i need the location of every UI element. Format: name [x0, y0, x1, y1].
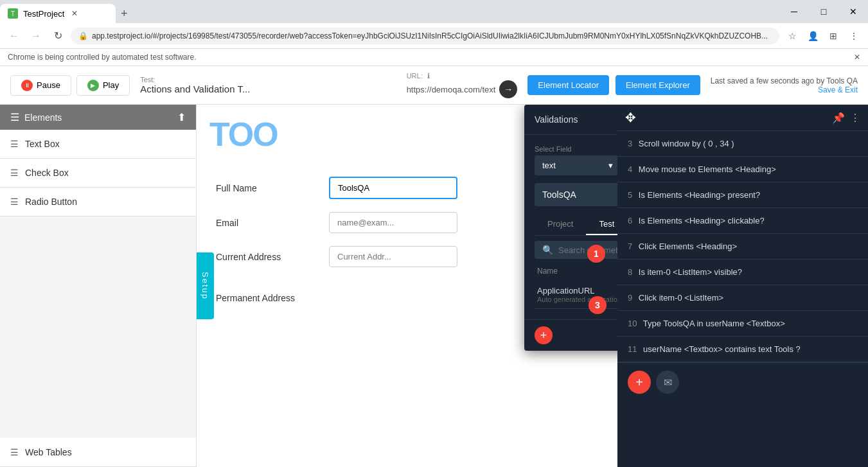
browser-tab[interactable]: T TestProject ✕: [0, 4, 116, 23]
step-9[interactable]: 9 Click item-0 <ListItem>: [617, 285, 868, 311]
steps-list: 3 Scroll window by ( 0 , 34 ) 4 Move mou…: [617, 131, 868, 362]
maximize-button[interactable]: □: [809, 0, 838, 23]
extensions-icon[interactable]: ⊞: [824, 27, 842, 45]
step-6[interactable]: 6 Is Elements <Heading> clickable?: [617, 208, 868, 234]
url-input[interactable]: 🔒 app.testproject.io/#/projects/169985/t…: [71, 28, 779, 44]
upload-icon[interactable]: ⬆: [177, 111, 186, 123]
step-3[interactable]: 3 Scroll window by ( 0 , 34 ): [617, 131, 868, 157]
tab-project[interactable]: Project: [535, 214, 586, 235]
new-tab-button[interactable]: +: [116, 4, 133, 23]
textbox-icon: ☰: [10, 139, 19, 149]
element-explorer-button[interactable]: Element Explorer: [616, 75, 700, 95]
badge-1: 1: [587, 245, 605, 263]
back-button[interactable]: ←: [5, 27, 23, 45]
badge-3: 3: [589, 296, 607, 314]
field-select[interactable]: text ▾: [535, 155, 617, 175]
param-header: Name Value: [535, 264, 617, 278]
elements-title: ☰ Elements: [10, 111, 62, 123]
test-toolbar: ⏸ Pause ▶ Play Test: Actions and Validat…: [0, 66, 868, 105]
step-7[interactable]: 7 Click Elements <Heading>: [617, 234, 868, 260]
save-exit-link[interactable]: Save & Exit: [818, 85, 858, 94]
modal-body: Select Field text ▾ Select validation ty…: [524, 135, 617, 319]
chevron-down-icon: ▾: [608, 161, 613, 170]
address-icons: ☆ 👤 ⊞ ⋮: [783, 27, 863, 45]
playback-controls: ⏸ Pause ▶ Play: [10, 75, 130, 96]
add-step-button[interactable]: +: [628, 371, 651, 394]
bookmark-icon[interactable]: ☆: [783, 27, 801, 45]
test-name: Actions and Validation T...: [140, 84, 396, 94]
step-10[interactable]: 10 Type ToolsQA in userName <Textbox>: [617, 311, 868, 337]
webtables-icon: ☰: [10, 447, 19, 457]
url-value-row: https://demoqa.com/text →: [407, 80, 518, 98]
pin-panel-icon[interactable]: 📌: [832, 112, 845, 124]
modal-overlay: 1 2 3 4 Validations ✥ 📌 ⋮: [524, 105, 617, 467]
email-label: Email: [216, 218, 319, 228]
param-name-col: Name: [537, 267, 617, 276]
right-panel-icons: 📌 ⋮: [832, 112, 860, 124]
check-step-button[interactable]: ✉: [656, 371, 679, 394]
textbox-label: Text Box: [25, 139, 60, 149]
step-4[interactable]: 4 Move mouse to Elements <Heading>: [617, 157, 868, 182]
validation-value-input[interactable]: [535, 183, 617, 206]
full-name-input[interactable]: [329, 177, 457, 199]
search-icon: 🔍: [542, 245, 553, 255]
search-row: 🔍: [535, 241, 617, 259]
checkbox-label: Check Box: [25, 168, 69, 178]
browser-frame: T TestProject ✕ + ─ □ ✕ ← → ↻ 🔒 app.test…: [0, 0, 868, 467]
window-controls: ─ □ ✕: [779, 0, 868, 23]
field-label: Select Field: [535, 145, 617, 153]
test-label: Test:: [140, 76, 396, 84]
window-close-button[interactable]: ✕: [838, 0, 868, 23]
elements-label: Elements: [24, 112, 62, 123]
field-row: Select Field text ▾ Select validation ty…: [535, 145, 617, 175]
toolbar-buttons: Element Locator Element Explorer: [527, 75, 700, 95]
element-locator-button[interactable]: Element Locator: [527, 75, 609, 95]
tab-test[interactable]: Test: [586, 214, 617, 235]
go-button[interactable]: →: [499, 80, 517, 98]
current-address-input[interactable]: [329, 246, 457, 267]
list-item[interactable]: ☰ Check Box: [0, 159, 196, 188]
notification-close[interactable]: ✕: [854, 53, 860, 62]
forward-button[interactable]: →: [27, 27, 45, 45]
play-icon: ▶: [87, 80, 99, 91]
menu-icon[interactable]: ⋮: [845, 27, 863, 45]
tab-favicon: T: [8, 8, 18, 19]
tab-bar: T TestProject ✕ + ─ □ ✕: [0, 0, 868, 23]
setup-sidebar[interactable]: Setup: [197, 252, 214, 319]
list-item[interactable]: ☰ Web Tables: [0, 438, 196, 467]
panel-move-icon[interactable]: ✥: [625, 110, 636, 125]
url-text: app.testproject.io/#/projects/169985/tes…: [92, 31, 768, 40]
list-item[interactable]: ☰ Text Box: [0, 130, 196, 159]
main-content: ☰ Elements ⬆ ☰ Text Box ☰ Check Box ☰ Ra…: [0, 105, 868, 467]
minimize-button[interactable]: ─: [779, 0, 809, 23]
step-8[interactable]: 8 Is item-0 <ListItem> visible?: [617, 260, 868, 285]
play-button[interactable]: ▶ Play: [76, 75, 130, 96]
step-5[interactable]: 5 Is Elements <Heading> present?: [617, 182, 868, 208]
profile-icon[interactable]: 👤: [804, 27, 822, 45]
radiobutton-label: Radio Button: [25, 197, 77, 207]
email-input[interactable]: [329, 212, 457, 233]
pause-button[interactable]: ⏸ Pause: [10, 75, 71, 96]
step-11[interactable]: 11 userName <Textbox> contains text Tool…: [617, 337, 868, 362]
pause-icon: ⏸: [21, 80, 33, 91]
right-panel-header: ✥ 📌 ⋮: [617, 105, 868, 131]
webtables-label: Web Tables: [25, 447, 72, 457]
param-name: ApplicationURL: [537, 286, 595, 295]
modal-header: Validations ✥ 📌 ⋮: [524, 105, 617, 135]
save-info: Last saved a few seconds ago by Tools QA…: [711, 76, 858, 94]
refresh-button[interactable]: ↻: [49, 27, 67, 45]
modal-footer: + ✕ ✓: [524, 319, 617, 351]
validation-modal: 1 2 3 4 Validations ✥ 📌 ⋮: [524, 105, 617, 351]
field-select-wrapper: Select Field text ▾: [535, 145, 617, 175]
address-bar: ← → ↻ 🔒 app.testproject.io/#/projects/16…: [0, 23, 868, 49]
play-label: Play: [103, 80, 119, 90]
notification-bar: Chrome is being controlled by automated …: [0, 49, 868, 66]
right-panel-footer: + ✉: [617, 362, 868, 401]
radiobutton-icon: ☰: [10, 197, 19, 207]
hamburger-icon: ☰: [10, 111, 19, 123]
more-panel-icon[interactable]: ⋮: [850, 112, 860, 124]
list-item[interactable]: ☰ Radio Button: [0, 188, 196, 216]
tab-close-btn[interactable]: ✕: [69, 8, 80, 19]
add-param-button[interactable]: +: [535, 326, 553, 344]
url-section-label: URL: ℹ: [407, 72, 518, 80]
